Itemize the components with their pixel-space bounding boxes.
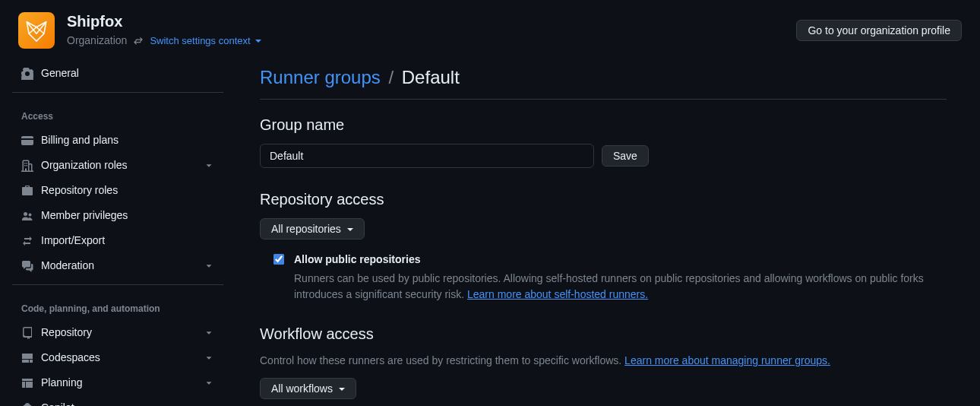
allow-public-repos-label: Allow public repositories <box>294 252 947 268</box>
sidebar-item-label: General <box>41 65 214 81</box>
org-name: Shipfox <box>67 12 796 31</box>
comment-discussion-icon <box>21 260 33 272</box>
chevron-down-icon <box>204 160 214 171</box>
gear-icon <box>21 68 33 80</box>
chevron-down-icon <box>204 378 214 389</box>
sidebar-item-label: Member privileges <box>41 208 214 224</box>
fox-icon <box>24 17 49 43</box>
sidebar-group-title: Access <box>9 99 226 128</box>
org-type-label: Organization <box>67 33 127 49</box>
switch-context-link[interactable]: Switch settings context <box>150 33 261 49</box>
sidebar-item-label: Planning <box>41 375 196 391</box>
breadcrumb-separator: / <box>385 67 397 87</box>
sidebar-item-label: Repository roles <box>41 182 214 198</box>
sidebar-item-planning[interactable]: Planning <box>9 370 226 395</box>
divider <box>12 92 223 93</box>
workflow-access-select[interactable]: All workflows <box>260 378 356 399</box>
group-name-heading: Group name <box>260 113 947 136</box>
save-button[interactable]: Save <box>602 145 649 167</box>
chevron-down-icon <box>204 261 214 271</box>
sidebar-item-label: Organization roles <box>41 157 196 173</box>
group-name-input[interactable] <box>260 144 594 168</box>
sidebar-item-repo-roles[interactable]: Repository roles <box>9 178 226 203</box>
allow-public-repos-description: Runners can be used by public repositori… <box>294 271 947 303</box>
chevron-down-icon <box>204 353 214 363</box>
allow-public-repos-checkbox[interactable] <box>273 254 284 265</box>
workflow-access-heading: Workflow access <box>260 322 947 345</box>
chevron-down-icon <box>204 403 214 407</box>
repo-icon <box>21 327 33 339</box>
sidebar-item-label: Copilot <box>41 400 196 406</box>
workflow-access-description: Control how these runners are used by re… <box>260 353 947 369</box>
sidebar-item-import-export[interactable]: Import/Export <box>9 228 226 253</box>
org-avatar <box>18 12 55 49</box>
sidebar-item-billing[interactable]: Billing and plans <box>9 128 226 153</box>
sidebar-item-label: Moderation <box>41 258 196 274</box>
sidebar-item-label: Import/Export <box>41 233 214 249</box>
caret-down-icon <box>254 33 261 49</box>
organization-icon <box>21 160 33 172</box>
divider <box>12 284 223 285</box>
sidebar-item-general[interactable]: General <box>9 61 226 86</box>
people-icon <box>21 210 33 222</box>
sidebar-item-copilot[interactable]: Copilot <box>9 395 226 406</box>
breadcrumb: Runner groups / Default <box>260 64 947 100</box>
go-to-profile-button[interactable]: Go to your organization profile <box>796 20 962 41</box>
sidebar-item-moderation[interactable]: Moderation <box>9 253 226 278</box>
arrow-switch-icon <box>133 36 144 46</box>
copilot-icon <box>21 402 33 407</box>
breadcrumb-current: Default <box>402 67 460 87</box>
repo-access-select[interactable]: All repositories <box>260 218 365 239</box>
caret-down-icon <box>337 382 345 395</box>
repo-access-heading: Repository access <box>260 188 947 211</box>
table-icon <box>21 377 33 389</box>
sidebar-item-label: Repository <box>41 325 196 341</box>
learn-more-runner-groups-link[interactable]: Learn more about managing runner groups. <box>624 354 830 366</box>
sidebar-item-codespaces[interactable]: Codespaces <box>9 345 226 370</box>
caret-down-icon <box>346 223 353 235</box>
sidebar-item-org-roles[interactable]: Organization roles <box>9 153 226 178</box>
codespaces-icon <box>21 352 33 364</box>
learn-more-runners-link[interactable]: Learn more about self-hosted runners. <box>467 288 648 300</box>
main-content: Runner groups / Default Group name Save … <box>236 55 965 406</box>
sidebar-group-title: Code, planning, and automation <box>9 291 226 320</box>
page-header: Shipfox Organization Switch settings con… <box>0 0 980 55</box>
briefcase-icon <box>21 185 33 197</box>
sidebar-item-label: Billing and plans <box>41 132 214 148</box>
sidebar-item-member-priv[interactable]: Member privileges <box>9 203 226 228</box>
sidebar-item-repository[interactable]: Repository <box>9 320 226 345</box>
arrow-switch-icon <box>21 235 33 247</box>
breadcrumb-parent-link[interactable]: Runner groups <box>260 67 381 87</box>
sidebar-item-label: Codespaces <box>41 350 196 366</box>
settings-sidebar: General Access Billing and plans Organiz… <box>0 55 236 406</box>
credit-card-icon <box>21 135 33 147</box>
chevron-down-icon <box>204 328 214 338</box>
